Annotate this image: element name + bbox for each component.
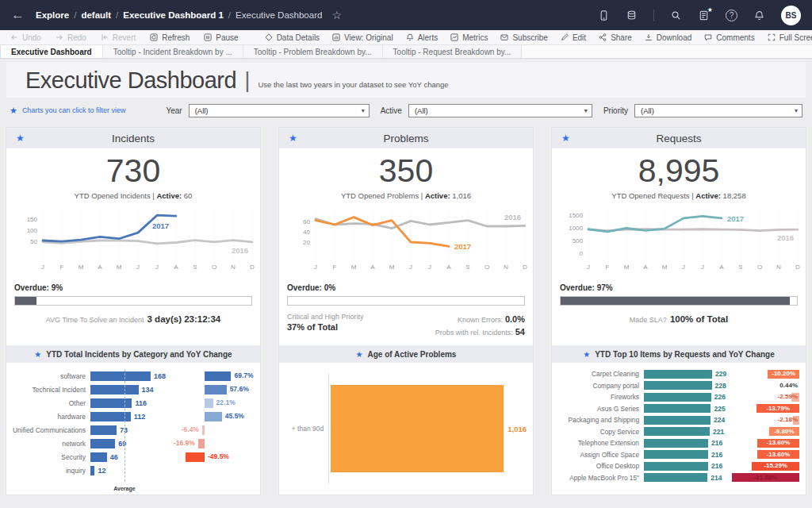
svg-text:50: 50 — [30, 238, 37, 245]
requests-top10-chart[interactable]: Carpet Cleaning229-10.20%Company portal2… — [552, 363, 806, 495]
incidents-trend[interactable]: JFMAMJJASOND1501005020162017 — [6, 207, 260, 277]
breadcrumb-project[interactable]: default — [81, 10, 111, 20]
svg-text:M: M — [389, 264, 395, 271]
bar-value-label: 112 — [134, 413, 146, 421]
bar-value-label: 216 — [711, 462, 722, 470]
yoy-bar[interactable] — [202, 425, 205, 435]
svg-text:M: M — [624, 264, 630, 271]
value-bar[interactable] — [644, 381, 712, 390]
breadcrumb-explore[interactable]: Explore — [36, 10, 69, 20]
full-screen-button[interactable]: Full Screen — [767, 33, 812, 42]
breadcrumb-workbook[interactable]: Executive Dashboard 1 — [123, 10, 224, 20]
value-bar[interactable] — [644, 473, 707, 482]
tab-tooltip-incident[interactable]: Tooltip - Incident Breakdown by ... — [103, 45, 243, 58]
yoy-bar[interactable] — [186, 452, 205, 462]
data-guide-icon[interactable]: ★ — [698, 10, 710, 21]
requests-trend-chart[interactable]: JFMAMJJASOND15001000500020162017 — [552, 207, 806, 280]
item-row[interactable]: Asus G Series225-13.79% — [557, 403, 801, 415]
value-bar[interactable] — [644, 404, 710, 413]
incidents-breakdown-header: ★ YTD Total Incidents by Category and Yo… — [6, 345, 260, 363]
category-row[interactable]: hardware11245.5% — [11, 410, 255, 423]
value-bar[interactable] — [644, 439, 708, 448]
category-row[interactable]: Technical Incident13457.6% — [11, 383, 255, 396]
item-row[interactable]: Company portal2280.44% — [557, 380, 801, 392]
problems-trend-chart[interactable]: JFMAMJJASOND60402020162017 — [279, 207, 533, 280]
filter-priority-select[interactable]: (All) ▾ — [634, 104, 802, 117]
item-row[interactable]: Packaging and Shipping224-2.18% — [557, 414, 801, 426]
redo-button[interactable]: Redo — [55, 33, 86, 42]
value-bar[interactable] — [644, 393, 711, 402]
yoy-bar[interactable] — [205, 398, 213, 408]
alerts-button[interactable]: Alerts — [405, 33, 439, 42]
favorite-star-icon[interactable]: ☆ — [331, 9, 342, 21]
problems-footer-stats: Critical and High Priority 37% of Total … — [287, 313, 525, 338]
undo-button[interactable]: Undo — [10, 33, 41, 42]
requests-trend[interactable]: JFMAMJJASOND15001000500020162017 — [552, 207, 806, 277]
tab-tooltip-problem[interactable]: Tooltip - Problem Breakdown by... — [243, 45, 383, 58]
yoy-bar[interactable] — [205, 412, 222, 421]
item-row[interactable]: Assign Office Space216-13.60% — [557, 449, 801, 461]
yoy-bar[interactable] — [205, 371, 231, 381]
page-subtitle: Use the last two years in your dataset t… — [258, 72, 448, 89]
category-row[interactable]: Security46-49.5% — [11, 450, 255, 464]
requests-top10-header: ★ YTD Top 10 Items by Requests and YoY C… — [552, 345, 806, 363]
value-bar[interactable] — [90, 371, 151, 381]
item-row[interactable]: Apple MacBook Pro 15"214-21.88% — [557, 472, 801, 484]
value-bar[interactable] — [90, 439, 115, 448]
panel-incidents-header: ★ Incidents — [6, 128, 260, 148]
mobile-preview-icon[interactable] — [598, 10, 610, 21]
help-icon[interactable]: ? — [726, 10, 737, 21]
yoy-bar[interactable] — [198, 439, 205, 448]
back-icon[interactable]: ← — [11, 7, 25, 23]
item-label: Asus G Series — [557, 405, 644, 413]
category-row[interactable]: inquiry12 — [11, 464, 255, 477]
trend-line-2017[interactable] — [316, 217, 449, 247]
category-row[interactable]: network69-16.9% — [11, 437, 255, 450]
value-bar[interactable] — [90, 466, 94, 475]
share-button[interactable]: Share — [598, 33, 632, 42]
revert-button[interactable]: Revert — [100, 33, 136, 42]
category-row[interactable]: Other11622.1% — [11, 396, 255, 410]
notifications-bell-icon[interactable] — [753, 10, 765, 21]
value-bar[interactable] — [644, 416, 710, 425]
comments-button[interactable]: Comments — [703, 33, 754, 42]
incidents-trend-chart[interactable]: JFMAMJJASOND1501005020162017 — [6, 207, 260, 280]
view-original-button[interactable]: View: Original — [331, 33, 393, 42]
value-bar[interactable] — [644, 427, 710, 436]
problems-trend[interactable]: JFMAMJJASOND60402020162017 — [279, 207, 533, 277]
tab-tooltip-request[interactable]: Tooltip - Request Breakdown by... — [383, 45, 523, 58]
data-details-button[interactable]: Data Details — [264, 33, 320, 42]
filter-active-select[interactable]: (All) ▾ — [408, 104, 592, 117]
filter-year-select[interactable]: (All) ▾ — [189, 104, 370, 117]
search-icon[interactable] — [670, 10, 682, 21]
bar-value-label: 168 — [154, 372, 166, 380]
item-row[interactable]: Fireworks226-2.59% — [557, 391, 801, 403]
incidents-breakdown-chart[interactable]: software16869.7%Technical Incident13457.… — [6, 363, 260, 495]
yoy-bar[interactable] — [205, 385, 227, 394]
age-bar[interactable] — [331, 385, 504, 472]
edit-button[interactable]: Edit — [560, 33, 586, 42]
item-row[interactable]: Office Desktop216-15.29% — [557, 460, 801, 472]
category-row[interactable]: Unified Communications73-6.4% — [11, 423, 255, 437]
download-button[interactable]: Download — [644, 33, 691, 42]
value-bar[interactable] — [644, 450, 708, 459]
value-bar[interactable] — [90, 425, 117, 435]
avatar[interactable]: BS — [781, 6, 801, 25]
subscribe-button[interactable]: Subscribe — [500, 33, 547, 42]
item-row[interactable]: Carpet Cleaning229-10.20% — [557, 368, 801, 380]
item-row[interactable]: Copy Service221-9.80% — [557, 426, 801, 438]
pause-button[interactable]: Pause — [203, 33, 238, 42]
refresh-button[interactable]: Refresh — [149, 33, 190, 42]
metrics-button[interactable]: Metrics — [450, 33, 488, 42]
data-source-icon[interactable] — [626, 10, 638, 21]
svg-text:F: F — [60, 264, 64, 271]
value-bar[interactable] — [90, 385, 139, 394]
value-bar[interactable] — [90, 398, 132, 408]
value-bar[interactable] — [90, 452, 107, 462]
item-row[interactable]: Telephone Extension216-13.60% — [557, 437, 801, 449]
value-bar[interactable] — [644, 370, 712, 379]
category-row[interactable]: software16869.7% — [11, 369, 255, 383]
tab-executive-dashboard[interactable]: Executive Dashboard — [0, 45, 103, 58]
value-bar[interactable] — [644, 462, 708, 471]
yoy-cell: -9.80% — [728, 426, 801, 438]
